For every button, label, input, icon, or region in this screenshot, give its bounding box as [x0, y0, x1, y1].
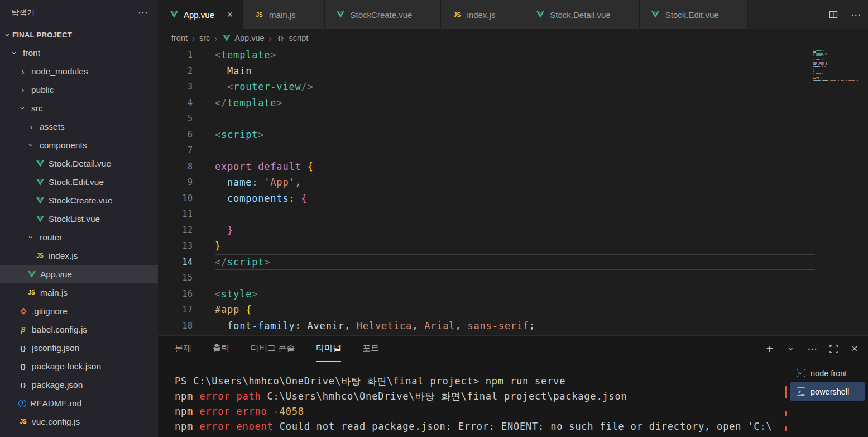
indent-guide — [223, 174, 223, 238]
tree-file-vue.config.js[interactable]: JSvue.config.js — [0, 412, 158, 431]
error-decoration — [785, 411, 787, 416]
panel-tab-출력[interactable]: 출력 — [213, 336, 229, 362]
tree-folder-public[interactable]: ›public — [0, 80, 158, 99]
tab-App.vue[interactable]: App.vue× — [158, 0, 243, 29]
file-label: package.json — [32, 380, 83, 390]
file-label: index.js — [49, 251, 78, 261]
panel-close-icon[interactable]: × — [848, 342, 861, 355]
code-line-5: 5 — [158, 111, 868, 127]
close-icon[interactable]: × — [224, 9, 236, 21]
file-label: router — [40, 232, 63, 243]
tree-file-main.js[interactable]: JSmain.js — [0, 283, 158, 302]
breadcrumb-item-App.vue[interactable]: App.vue — [222, 34, 264, 43]
tree-file-package.json[interactable]: {}package.json — [0, 376, 158, 394]
chevron-down-icon: › — [11, 49, 19, 58]
panel-header: 문제출력디버그 콘솔터미널포트 + › ⋯ × — [158, 336, 868, 362]
tab-main.js[interactable]: JSmain.js× — [243, 0, 325, 29]
tree-file-README.md[interactable]: iREADME.md — [0, 394, 158, 412]
tree-folder-components[interactable]: ›components — [0, 136, 158, 154]
js-icon: JS — [18, 417, 28, 426]
terminal-line: npm error errno -4058 — [175, 404, 772, 419]
file-label: components — [40, 140, 87, 150]
panel-tab-문제[interactable]: 문제 — [175, 336, 191, 362]
tree-file-App.vue[interactable]: App.vue — [0, 265, 158, 283]
panel-tabs: 문제출력디버그 콘솔터미널포트 — [175, 336, 379, 362]
chevron-right-icon: › — [214, 34, 217, 43]
js-icon: JS — [452, 10, 462, 20]
chevron-down-icon: › — [27, 141, 36, 150]
code-line-9: 9 name: 'App', — [158, 174, 868, 191]
code-line-10: 10 components: { — [158, 191, 868, 207]
tree-file-.gitignore[interactable]: .gitignore — [0, 302, 158, 320]
terminal-icon: >_ — [797, 369, 805, 377]
error-decoration — [785, 386, 787, 398]
breadcrumb-item-front[interactable]: front — [171, 34, 188, 42]
tab-bar: App.vue×JSmain.js×StockCreate.vue×JSinde… — [158, 0, 868, 29]
terminal-list: >_node front>_powershell — [790, 364, 868, 401]
tree-file-jsconfig.json[interactable]: {}jsconfig.json — [0, 339, 158, 357]
split-editor-icon[interactable] — [827, 8, 840, 21]
code-line-7: 7 — [158, 142, 868, 159]
tree-folder-front[interactable]: ›front — [0, 44, 158, 62]
breadcrumb-item-script[interactable]: {}script — [276, 34, 309, 43]
tree-file-Stock.Edit.vue[interactable]: Stock.Edit.vue — [0, 173, 158, 191]
vue-icon — [336, 10, 346, 20]
minimap[interactable] — [813, 50, 865, 82]
panel-more-icon[interactable]: ⋯ — [805, 342, 819, 355]
file-label: StockCreate.vue — [49, 196, 113, 206]
code-lines: 1<template>2 Main3 <router-view/>4</temp… — [158, 47, 868, 334]
tab-Stock.Edit.vue[interactable]: Stock.Edit.vue× — [640, 0, 748, 29]
panel-maximize-icon[interactable] — [827, 342, 840, 355]
tree-folder-src[interactable]: ›src — [0, 99, 158, 117]
tab-StockCreate.vue[interactable]: StockCreate.vue× — [325, 0, 442, 29]
tree-file-index.js[interactable]: JSindex.js — [0, 246, 158, 265]
braces-icon: {} — [18, 380, 28, 390]
git-icon — [18, 306, 28, 316]
file-label: node_modules — [31, 66, 88, 77]
tree-file-StockCreate.vue[interactable]: StockCreate.vue — [0, 191, 158, 210]
file-label: jsconfig.json — [32, 343, 79, 353]
project-name: FINAL PROJECT — [12, 31, 72, 39]
tab-Stock.Detail.vue[interactable]: Stock.Detail.vue× — [524, 0, 639, 29]
terminal-profile-chevron-down-icon[interactable]: › — [784, 342, 798, 355]
tree-folder-assets[interactable]: ›assets — [0, 117, 158, 136]
panel-tab-터미널[interactable]: 터미널 — [316, 336, 341, 362]
js-icon: JS — [35, 251, 45, 260]
file-label: public — [31, 85, 54, 95]
breadcrumb-item-src[interactable]: src — [199, 34, 210, 42]
tree-file-StockList.vue[interactable]: StockList.vue — [0, 210, 158, 228]
file-label: front — [23, 48, 40, 58]
terminal-line: PS C:\Users\hmhco\OneDrive\바탕 화면\final p… — [175, 374, 772, 389]
panel-tab-디버그 콘솔[interactable]: 디버그 콘솔 — [251, 336, 295, 362]
file-label: vue.config.js — [32, 417, 80, 427]
vue-icon — [35, 214, 45, 224]
vue-icon — [35, 196, 45, 205]
file-label: README.md — [30, 398, 81, 408]
tree-file-babel.config.js[interactable]: βbabel.config.js — [0, 320, 158, 339]
code-editor[interactable]: 1<template>2 Main3 <router-view/>4</temp… — [158, 47, 868, 335]
editor-more-icon[interactable]: ⋯ — [849, 8, 862, 21]
project-header[interactable]: › FINAL PROJECT — [0, 26, 158, 44]
code-line-18: 18 font-family: Avenir, Helvetica, Arial… — [158, 318, 868, 334]
code-line-2: 2 Main — [158, 63, 868, 79]
tab-index.js[interactable]: JSindex.js× — [441, 0, 524, 29]
file-label: .gitignore — [32, 306, 68, 316]
tree-file-Stock.Detail.vue[interactable]: Stock.Detail.vue — [0, 154, 158, 173]
tree-folder-router[interactable]: ›router — [0, 228, 158, 246]
explorer-more-icon[interactable]: ⋯ — [138, 7, 148, 19]
braces-icon: {} — [18, 343, 28, 353]
terminal-output[interactable]: PS C:\Users\hmhco\OneDrive\바탕 화면\final p… — [175, 374, 772, 434]
vue-icon — [169, 10, 179, 20]
explorer-header: 탐색기 ⋯ — [0, 0, 158, 26]
tree-folder-node_modules[interactable]: ›node_modules — [0, 62, 158, 80]
explorer-sidebar: 탐색기 ⋯ › FINAL PROJECT ›front›node_module… — [0, 0, 158, 437]
new-terminal-button[interactable]: + — [763, 342, 776, 355]
terminal-item-node front[interactable]: >_node front — [790, 364, 865, 382]
braces-icon: {} — [276, 34, 286, 43]
panel-tab-포트[interactable]: 포트 — [362, 336, 379, 362]
vue-icon — [535, 10, 545, 20]
file-label: main.js — [40, 288, 68, 298]
code-line-8: 8export default { — [158, 159, 868, 175]
terminal-item-powershell[interactable]: >_powershell — [790, 382, 865, 401]
tree-file-package-lock.json[interactable]: {}package-lock.json — [0, 357, 158, 376]
